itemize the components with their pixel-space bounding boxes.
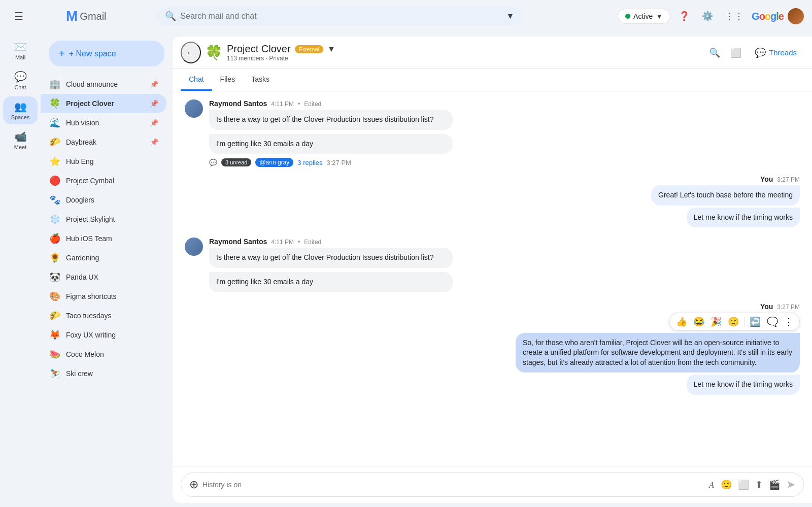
coco-melon-emoji: 🍉 bbox=[49, 349, 61, 360]
tab-files[interactable]: Files bbox=[212, 69, 244, 91]
topbar: ← 🍀 Project Clover External ▼ 113 member… bbox=[173, 37, 812, 69]
gmail-header: ☰ M Gmail 🔍 ▼ Active ▼ ❓ ⚙️ ⋮⋮ Goog bbox=[0, 0, 812, 32]
search-dropdown-icon[interactable]: ▼ bbox=[506, 12, 515, 21]
reply-count: 3 replies bbox=[297, 159, 322, 166]
avatar bbox=[185, 99, 203, 118]
mention-badge: @ann gray bbox=[255, 158, 293, 167]
hamburger-menu[interactable]: ☰ bbox=[8, 4, 29, 28]
tab-tasks[interactable]: Tasks bbox=[243, 69, 278, 91]
new-space-button[interactable]: + + New space bbox=[49, 41, 164, 66]
sidebar-item-label: Project Cymbal bbox=[66, 177, 158, 185]
message-input[interactable] bbox=[202, 481, 703, 489]
chat-icon: 💬 bbox=[14, 71, 27, 83]
sidebar-item-daybreak[interactable]: 🌮 Daybreak 📌 bbox=[41, 132, 166, 152]
add-attachment-button[interactable]: ⊕ bbox=[189, 478, 198, 491]
message-bubble: Is there a way to get off the Clover Pro… bbox=[209, 110, 453, 130]
emoji-button[interactable]: 🙂 bbox=[719, 477, 734, 492]
more-reaction-btn[interactable]: ⋮ bbox=[782, 315, 795, 328]
sidebar-item-taco-tuesdays[interactable]: 🌮 Taco tuesdays bbox=[41, 306, 166, 325]
threads-button[interactable]: 💬 Threads bbox=[748, 43, 804, 62]
sidebar-item-label: Dooglers bbox=[66, 196, 158, 204]
nav-chat[interactable]: 💬 Chat bbox=[3, 66, 38, 94]
message-content: Raymond Santos 4:11 PM • Edited Is there… bbox=[209, 99, 800, 167]
sidebar-item-gardening[interactable]: 🌻 Gardening bbox=[41, 248, 166, 267]
sidebar-item-hub-vision[interactable]: 🌊 Hub vision 📌 bbox=[41, 113, 166, 132]
tabs: Chat Files Tasks bbox=[173, 69, 812, 91]
active-dot bbox=[625, 14, 630, 19]
settings-button[interactable]: ⚙️ bbox=[698, 7, 717, 26]
reaction-divider bbox=[744, 317, 745, 327]
comment-reaction-btn[interactable]: 🗨️ bbox=[765, 315, 780, 328]
main-panel: ← 🍀 Project Clover External ▼ 113 member… bbox=[173, 37, 812, 503]
sidebar-item-coco-melon[interactable]: 🍉 Coco Melon bbox=[41, 345, 166, 364]
pin-icon: 📌 bbox=[150, 119, 158, 127]
back-button[interactable]: ← bbox=[181, 42, 201, 63]
space-chevron-icon[interactable]: ▼ bbox=[327, 45, 335, 54]
header-actions: Active ▼ ❓ ⚙️ ⋮⋮ Google bbox=[618, 7, 804, 26]
panel-button[interactable]: ⬜ bbox=[726, 43, 746, 62]
google-logo: Google bbox=[752, 11, 784, 22]
outgoing-followup-bubble: Let me know if the timing works bbox=[687, 375, 800, 395]
meet-icon: 📹 bbox=[14, 130, 27, 143]
sidebar-item-panda-ux[interactable]: 🐼 Panda UX bbox=[41, 267, 166, 287]
nav-meet[interactable]: 📹 Meet bbox=[3, 126, 38, 154]
unread-badge: 3 unread bbox=[221, 158, 251, 166]
message-time: 4:11 PM bbox=[271, 100, 294, 108]
outgoing-sender: You bbox=[760, 302, 773, 311]
tab-chat[interactable]: Chat bbox=[181, 69, 212, 91]
help-button[interactable]: ❓ bbox=[674, 7, 694, 26]
threads-label: Threads bbox=[769, 48, 797, 57]
nav-mail[interactable]: ✉️ Mail bbox=[3, 37, 38, 64]
sidebar-item-foxy-ux[interactable]: 🦊 Foxy UX writing bbox=[41, 325, 166, 345]
send-button[interactable]: ➤ bbox=[786, 478, 795, 491]
sidebar-item-hub-ios[interactable]: 🍎 Hub iOS Team bbox=[41, 229, 166, 248]
message-bubble: I'm getting like 30 emails a day bbox=[209, 134, 453, 154]
thumbsup-reaction[interactable]: 👍 bbox=[674, 315, 689, 328]
message-bubble: I'm getting like 30 emails a day bbox=[209, 272, 453, 292]
active-status[interactable]: Active ▼ bbox=[618, 9, 670, 24]
sidebar-item-label: Hub Eng bbox=[66, 157, 158, 165]
search-button[interactable]: 🔍 bbox=[705, 43, 724, 62]
video-button[interactable]: 🎬 bbox=[767, 477, 782, 492]
nav-spaces[interactable]: 👥 Spaces bbox=[3, 96, 38, 124]
sidebar-item-figma-shortcuts[interactable]: 🎨 Figma shortcuts bbox=[41, 287, 166, 306]
chat-area: Raymond Santos 4:11 PM • Edited Is there… bbox=[173, 91, 812, 466]
message-time: 4:11 PM bbox=[271, 239, 294, 246]
sidebar-item-label: Gardening bbox=[66, 254, 158, 262]
thread-preview[interactable]: 💬 3 unread @ann gray 3 replies 3:27 PM bbox=[209, 158, 800, 167]
sidebar-item-ski-crew[interactable]: ⛷️ Ski crew bbox=[41, 364, 166, 383]
message-group: Raymond Santos 4:11 PM • Edited Is there… bbox=[185, 99, 800, 167]
smile-reaction[interactable]: 🙂 bbox=[726, 315, 741, 328]
mention-button[interactable]: ⬜ bbox=[736, 477, 751, 492]
sidebar-item-label: Coco Melon bbox=[66, 350, 158, 358]
format-text-button[interactable]: 𝐴 bbox=[707, 478, 717, 492]
search-icon: 🔍 bbox=[165, 11, 176, 22]
search-input[interactable] bbox=[180, 12, 502, 21]
daybreak-emoji: 🌮 bbox=[49, 137, 61, 148]
outgoing-long-bubble: So, for those who aren't familiar, Proje… bbox=[516, 333, 800, 373]
user-avatar[interactable] bbox=[788, 8, 804, 24]
thread-icon: 💬 bbox=[209, 159, 217, 166]
sidebar-item-dooglers[interactable]: 🐾 Dooglers bbox=[41, 190, 166, 210]
reply-reaction-btn[interactable]: ↩️ bbox=[748, 315, 763, 328]
party-reaction[interactable]: 🎉 bbox=[708, 315, 724, 328]
panda-ux-emoji: 🐼 bbox=[49, 272, 61, 283]
outgoing-time: 3:27 PM bbox=[777, 303, 800, 311]
outgoing-header: You 3:27 PM bbox=[760, 175, 800, 183]
outgoing-bubble: Let me know if the timing works bbox=[687, 208, 800, 228]
sidebar-item-project-clover[interactable]: 🍀 Project Clover 📌 bbox=[41, 94, 166, 113]
plus-icon: + bbox=[59, 48, 65, 59]
upload-button[interactable]: ⬆ bbox=[753, 477, 765, 492]
sidebar-item-project-cymbal[interactable]: 🔴 Project Cymbal bbox=[41, 171, 166, 190]
sidebar-item-cloud-announce[interactable]: 🏢 Cloud announce 📌 bbox=[41, 75, 166, 94]
apps-button[interactable]: ⋮⋮ bbox=[721, 7, 748, 26]
sidebar-item-hub-eng[interactable]: ⭐ Hub Eng bbox=[41, 152, 166, 171]
laugh-reaction[interactable]: 😂 bbox=[691, 315, 706, 328]
ski-crew-emoji: ⛷️ bbox=[49, 368, 61, 379]
hub-ios-emoji: 🍎 bbox=[49, 233, 61, 244]
new-space-label: + New space bbox=[69, 49, 116, 58]
space-title: Project Clover bbox=[227, 43, 291, 55]
external-badge: External bbox=[295, 45, 323, 53]
sidebar-item-project-skylight[interactable]: ❄️ Project Skylight bbox=[41, 210, 166, 229]
space-subtitle: 113 members · Private bbox=[227, 55, 701, 62]
